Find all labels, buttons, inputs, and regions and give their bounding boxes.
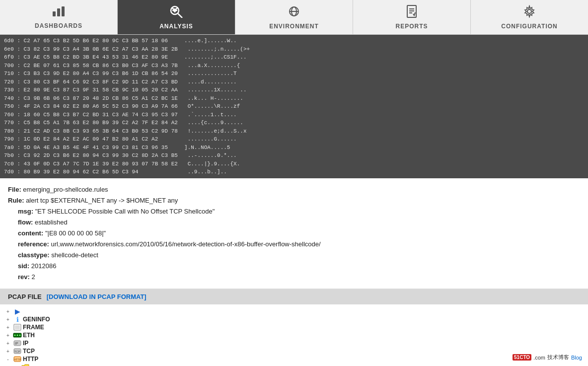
dashboards-icon — [52, 5, 66, 19]
rule-field-rev: rev: 2 — [18, 272, 580, 283]
svg-line-10 — [176, 8, 177, 9]
rule-field-reference: reference: url,www.networkforensics.com/… — [18, 239, 580, 250]
hex-dump: 6d0 : C2 A7 65 C3 B2 5D B6 E2 80 9C C3 B… — [0, 35, 588, 178]
watermark-blog-link: Blog — [571, 355, 582, 361]
svg-rect-2 — [62, 6, 65, 16]
tree-item-eth: + ETH — [4, 331, 584, 339]
reports-icon — [406, 5, 417, 20]
svg-rect-20 — [15, 325, 20, 329]
rule-fields: msg: "ET SHELLCODE Possible Call with No… — [8, 206, 580, 283]
svg-rect-0 — [53, 11, 56, 16]
nav-configuration[interactable]: CONFIGURATION — [471, 0, 588, 34]
rule-value: alert tcp $EXTERNAL_NET any -> $HOME_NET… — [26, 197, 178, 204]
rule-label: Rule: — [8, 197, 24, 204]
tree-icon-root: ▶ — [13, 308, 22, 315]
watermark: 51CTO .com 技术博客 Blog — [511, 353, 584, 362]
tree-root: + ▶ — [4, 307, 584, 315]
nav-configuration-label: CONFIGURATION — [501, 23, 557, 30]
tree-label-eth: ETH — [23, 332, 35, 339]
svg-rect-1 — [57, 8, 60, 16]
pcap-label: PCAP FILE — [8, 293, 42, 300]
tree-item-http-child: - — [12, 363, 584, 366]
analysis-icon — [169, 5, 183, 20]
watermark-logo: 51CTO — [513, 354, 531, 361]
rule-section: File: emerging_pro-shellcode.rules Rule:… — [0, 178, 588, 290]
file-label: File: — [8, 186, 21, 193]
tree-icon-tcp: TCP — [13, 348, 22, 355]
tree-label-frame: FRAME — [23, 324, 44, 331]
nav-environment[interactable]: ENVIRONMENT — [235, 0, 353, 34]
nav-analysis-label: ANALYSIS — [159, 23, 193, 30]
nav-reports[interactable]: REPORTS — [353, 0, 471, 34]
rule-field-sid: sid: 2012086 — [18, 261, 580, 272]
tree-toggle-eth[interactable]: + — [4, 333, 12, 338]
nav-environment-label: ENVIRONMENT — [269, 23, 319, 30]
tree-item-tcp: + TCP TCP — [4, 347, 584, 355]
tree-label-geninfo: GENINFO — [23, 316, 50, 323]
tree-icon-http-folder — [21, 364, 30, 366]
nav-reports-label: REPORTS — [395, 23, 428, 30]
tree-toggle-http[interactable]: - — [4, 357, 12, 362]
svg-point-24 — [19, 335, 21, 336]
svg-text:HTTP: HTTP — [14, 358, 21, 361]
svg-text:TCP: TCP — [14, 350, 20, 353]
svg-point-23 — [17, 335, 18, 336]
svg-line-9 — [172, 8, 174, 9]
watermark-blog-label: 技术博客 — [547, 354, 569, 361]
svg-text:IP: IP — [15, 342, 18, 345]
rule-rule-line: Rule: alert tcp $EXTERNAL_NET any -> $HO… — [8, 195, 580, 206]
configuration-icon — [523, 5, 536, 20]
tree-label-tcp: TCP — [23, 348, 35, 355]
tree-icon-http: HTTP — [13, 356, 22, 363]
rule-file-line: File: emerging_pro-shellcode.rules — [8, 184, 580, 195]
rule-field-content: content: "|E8 00 00 00 00 58|" — [18, 228, 580, 239]
rule-field-msg: msg: "ET SHELLCODE Possible Call with No… — [18, 206, 580, 217]
rule-field-classtype: classtype: shellcode-detect — [18, 250, 580, 261]
tree-item-http: - HTTP HTTP — [4, 355, 584, 363]
nav-dashboards-label: DASHBOARDS — [35, 22, 82, 29]
tree-icon-frame — [13, 324, 22, 331]
tree-icon-geninfo: ℹ — [13, 316, 22, 323]
top-navigation: DASHBOARDS ANALYSIS ENVIRONMENT — [0, 0, 588, 35]
tree-section: + ▶ + ℹ GENINFO + FRAME + ETH + IP IP + … — [0, 304, 588, 366]
tree-item-frame: + FRAME — [4, 323, 584, 331]
tree-item-geninfo: + ℹ GENINFO — [4, 315, 584, 323]
tree-toggle-geninfo[interactable]: + — [4, 317, 12, 322]
tree-toggle-root[interactable]: + — [4, 309, 12, 314]
svg-line-4 — [178, 13, 182, 18]
tree-item-ip: + IP IP — [4, 339, 584, 347]
svg-point-22 — [14, 335, 16, 336]
nav-analysis[interactable]: ANALYSIS — [118, 0, 235, 34]
hex-dump-content: 6d0 : C2 A7 65 C3 B2 5D B6 E2 80 9C C3 B… — [4, 37, 584, 176]
pcap-download-link[interactable]: [DOWNLOAD IN PCAP FORMAT] — [47, 293, 147, 300]
tree-toggle-frame[interactable]: + — [4, 325, 12, 330]
watermark-site: .com — [533, 355, 545, 361]
tree-toggle-ip[interactable]: + — [4, 341, 12, 346]
rule-field-flow: flow: established — [18, 217, 580, 228]
tree-label-ip: IP — [23, 340, 28, 347]
tree-toggle-tcp[interactable]: + — [4, 349, 12, 354]
tree-label-http: HTTP — [23, 356, 38, 363]
svg-point-18 — [527, 9, 531, 13]
environment-icon — [287, 5, 301, 20]
nav-dashboards[interactable]: DASHBOARDS — [0, 0, 118, 34]
tree-icon-eth — [13, 332, 22, 339]
tree-icon-ip: IP — [13, 340, 22, 347]
pcap-section: PCAP FILE [DOWNLOAD IN PCAP FORMAT] — [0, 289, 588, 304]
file-value: emerging_pro-shellcode.rules — [23, 186, 108, 193]
